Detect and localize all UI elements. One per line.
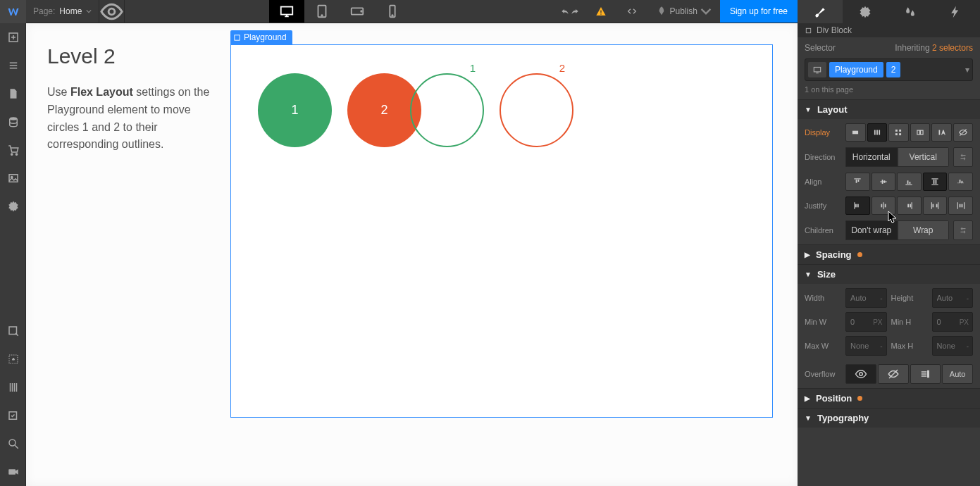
- page-label: Page:: [33, 6, 55, 16]
- width-input[interactable]: -: [845, 288, 887, 308]
- device-tablet[interactable]: [304, 0, 340, 23]
- svg-point-20: [9, 440, 15, 446]
- overflow-hidden[interactable]: [878, 364, 909, 384]
- undo-redo[interactable]: [554, 0, 585, 23]
- svg-rect-12: [9, 327, 17, 335]
- size-header[interactable]: ▼Size: [798, 265, 980, 284]
- selector-input[interactable]: Playground 2 ▾: [805, 58, 973, 81]
- help-cursor-button[interactable]: [0, 317, 26, 345]
- direction-vertical[interactable]: Vertical: [898, 147, 950, 167]
- overflow-auto[interactable]: Auto: [942, 364, 973, 384]
- overflow-scroll[interactable]: [910, 364, 941, 384]
- class-chip-2[interactable]: 2: [886, 62, 901, 77]
- svg-rect-76: [910, 204, 912, 208]
- left-tool-rail: [0, 0, 26, 486]
- justify-start[interactable]: [845, 197, 870, 215]
- align-end[interactable]: [897, 173, 922, 191]
- playground-element[interactable]: 1 2 1 2: [230, 44, 773, 418]
- direction-row: Direction Horizontal Vertical: [805, 147, 973, 167]
- maxh-input[interactable]: -: [932, 336, 974, 356]
- issues-button[interactable]: [585, 0, 616, 23]
- justify-between[interactable]: [923, 197, 948, 215]
- align-row: Align: [805, 173, 973, 191]
- children-reverse[interactable]: [953, 220, 973, 240]
- overflow-visible[interactable]: [845, 364, 876, 384]
- settings-tab[interactable]: [843, 0, 888, 23]
- spacing-header[interactable]: ▶Spacing: [798, 245, 980, 264]
- selected-element-tag[interactable]: Playground: [230, 30, 292, 44]
- svg-rect-75: [908, 204, 910, 208]
- minw-input[interactable]: PX: [845, 312, 887, 332]
- svg-point-14: [12, 359, 14, 361]
- device-mobile-portrait[interactable]: [375, 0, 410, 23]
- video-tutorial-button[interactable]: [0, 458, 26, 486]
- xray-button[interactable]: [0, 345, 26, 373]
- justify-center[interactable]: [872, 197, 896, 215]
- typography-header[interactable]: ▼Typography: [798, 409, 980, 428]
- signup-button[interactable]: Sign up for free: [720, 0, 798, 23]
- svg-rect-35: [235, 35, 240, 39]
- align-baseline[interactable]: [948, 173, 973, 191]
- maxw-input[interactable]: -: [845, 336, 887, 356]
- svg-rect-46: [895, 133, 898, 135]
- breakpoint-indicator[interactable]: [808, 62, 826, 77]
- div-icon: [805, 27, 812, 35]
- page-selector[interactable]: Page: Home: [26, 0, 99, 23]
- outline-2: 2: [500, 73, 573, 147]
- svg-rect-79: [933, 204, 934, 208]
- circle-1[interactable]: 1: [258, 73, 332, 147]
- display-block[interactable]: [845, 123, 866, 142]
- inheriting-label[interactable]: Inheriting 2 selectors: [895, 43, 973, 53]
- pages-button[interactable]: [0, 80, 26, 108]
- align-start[interactable]: [845, 173, 870, 191]
- display-none[interactable]: [953, 123, 974, 142]
- svg-rect-56: [882, 180, 883, 184]
- export-code-button[interactable]: [616, 0, 647, 23]
- display-flex[interactable]: [867, 123, 888, 142]
- logo-button[interactable]: [0, 0, 26, 23]
- position-header[interactable]: ▶Position: [798, 389, 980, 408]
- class-chip-playground[interactable]: Playground: [829, 62, 883, 77]
- layout-header[interactable]: ▼Layout: [798, 100, 980, 119]
- svg-rect-38: [814, 68, 820, 72]
- grid-overlay-button[interactable]: [0, 373, 26, 401]
- children-nowrap[interactable]: Don't wrap: [845, 220, 898, 240]
- children-wrap[interactable]: Wrap: [898, 220, 950, 240]
- selector-dropdown[interactable]: ▾: [965, 65, 969, 75]
- assets-button[interactable]: [0, 164, 26, 192]
- display-inline-block[interactable]: [910, 123, 931, 142]
- display-inline[interactable]: [931, 123, 952, 142]
- device-mobile-landscape[interactable]: [340, 0, 375, 23]
- publish-button[interactable]: Publish: [647, 0, 720, 23]
- add-element-button[interactable]: [0, 23, 26, 51]
- justify-around[interactable]: [948, 197, 973, 215]
- audit-button[interactable]: [0, 401, 26, 430]
- svg-rect-41: [874, 130, 876, 135]
- style-tab[interactable]: [798, 0, 843, 23]
- minh-input[interactable]: PX: [932, 312, 974, 332]
- device-desktop[interactable]: [269, 0, 304, 23]
- effects-tab[interactable]: [933, 0, 978, 23]
- height-input[interactable]: -: [932, 288, 974, 308]
- svg-point-28: [321, 15, 322, 15]
- display-grid[interactable]: [888, 123, 909, 142]
- settings-button[interactable]: [0, 192, 26, 220]
- cms-button[interactable]: [0, 108, 26, 136]
- instructions-text: Use Flex Layout settings on the Playgrou…: [47, 84, 216, 154]
- navigator-button[interactable]: [0, 51, 26, 80]
- direction-horizontal[interactable]: Horizontal: [845, 147, 898, 167]
- ecommerce-button[interactable]: [0, 136, 26, 164]
- align-stretch[interactable]: [923, 173, 948, 191]
- interactions-tab[interactable]: [888, 0, 933, 23]
- svg-rect-60: [910, 182, 911, 184]
- align-center[interactable]: [872, 173, 896, 191]
- outline-1: 1: [410, 73, 484, 147]
- canvas-wrap: Playground 1 2 1 2: [230, 44, 776, 465]
- selector-label: Selector: [805, 43, 836, 53]
- svg-rect-34: [600, 13, 601, 14]
- width-label: Width: [805, 294, 841, 302]
- justify-end[interactable]: [897, 197, 922, 215]
- search-button[interactable]: [0, 430, 26, 458]
- preview-toggle[interactable]: [99, 0, 125, 23]
- direction-reverse[interactable]: [953, 147, 973, 167]
